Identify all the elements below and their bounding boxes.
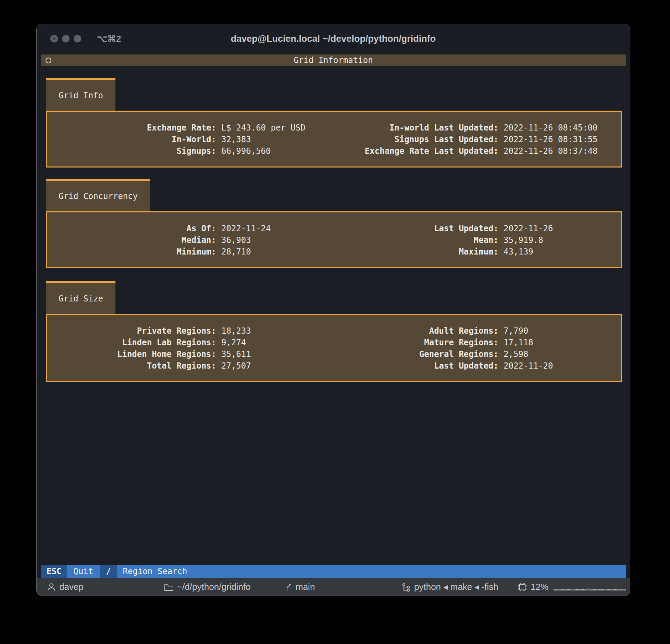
statusbar-user: davep [47,578,84,596]
app-title: Grid Information [41,55,626,65]
cpu-chip-icon [518,582,527,592]
statusbar-user-label: davep [59,582,84,592]
field-label: Median: [47,234,216,246]
app-header: Grid Information [41,54,626,66]
footer-binding-quit[interactable]: ESC Quit [41,565,100,578]
statusbar-cwd: ~/d/python/gridinfo [164,578,251,596]
empty-terminal-area [46,382,622,565]
field-value: 2022-11-26 08:45:00 [498,122,621,134]
field-value: 35,611 [216,348,334,360]
action-quit[interactable]: Quit [67,565,100,578]
field-value: 28,710 [216,246,334,258]
field-label: Minimum: [47,246,216,258]
field-label: General Regions: [334,348,498,360]
grid-info-left-column: Exchange Rate: L$ 243.60 per USD In-Worl… [47,122,334,157]
field-label: Linden Home Regions: [47,348,216,360]
field-value: 43,139 [498,246,621,258]
data-row: Signups: 66,996,560 [47,145,334,157]
field-value: 66,996,560 [216,145,334,157]
field-label: As Of: [47,223,216,234]
field-value: 27,507 [216,360,334,372]
header-circle-icon[interactable] [46,58,51,63]
grid-size-right-column: Adult Regions: 7,790 Mature Regions: 17,… [334,325,621,372]
data-row: Private Regions: 18,233 [47,325,334,337]
field-label: Private Regions: [47,325,216,337]
data-row: Median: 36,903 [47,234,334,246]
statusbar-cwd-label: ~/d/python/gridinfo [177,582,251,592]
field-label: In-World: [47,134,216,145]
field-label: Exchange Rate Last Updated: [334,145,498,157]
data-row: Signups Last Updated: 2022-11-26 08:31:5… [334,134,621,145]
field-label: Signups Last Updated: [334,134,498,145]
field-label: Exchange Rate: [47,122,216,134]
field-value: 36,903 [216,234,334,246]
data-row: Maximum: 43,139 [334,246,621,258]
section-grid-size: Grid Size Private Regions: 18,233 Linden… [46,281,622,382]
app-body: Grid Info Exchange Rate: L$ 243.60 per U… [37,66,630,565]
field-value: 2022-11-26 08:31:55 [498,134,621,145]
data-row: Mean: 35,919.8 [334,234,621,246]
grid-info-panel: Exchange Rate: L$ 243.60 per USD In-Worl… [46,111,622,168]
grid-size-left-column: Private Regions: 18,233 Linden Lab Regio… [47,325,334,372]
statusbar-git-branch: main [285,578,315,596]
process-tree-icon [402,583,411,592]
section-grid-info: Grid Info Exchange Rate: L$ 243.60 per U… [46,78,622,168]
statusbar-processes-label: python ◂ make ◂ -fish [414,582,498,592]
field-label: Last Updated: [334,223,498,234]
field-label: Last Updated: [334,360,498,372]
grid-info-right-column: In-world Last Updated: 2022-11-26 08:45:… [334,122,621,157]
statusbar-cpu-label: 12% [531,582,548,592]
grid-concurrency-panel: As Of: 2022-11-24 Median: 36,903 Minimum… [46,211,622,268]
field-label: Mean: [334,234,498,246]
field-value: 18,233 [216,325,334,337]
tab-grid-info: Grid Info [46,78,115,111]
field-value: 2022-11-26 [498,223,621,234]
grid-concurrency-left-column: As Of: 2022-11-24 Median: 36,903 Minimum… [47,223,334,258]
field-label: Mature Regions: [334,337,498,348]
field-value: L$ 243.60 per USD [216,122,334,134]
tab-grid-concurrency: Grid Concurrency [46,179,150,211]
field-label: Maximum: [334,246,498,258]
tab-grid-size: Grid Size [46,281,115,314]
cpu-sparkline [553,582,626,592]
data-row: Total Regions: 27,507 [47,360,334,372]
field-value: 17,118 [498,337,621,348]
statusbar-cpu-graph [553,578,626,596]
data-row: In-world Last Updated: 2022-11-26 08:45:… [334,122,621,134]
grid-size-panel: Private Regions: 18,233 Linden Lab Regio… [46,314,622,382]
field-value: 2022-11-20 [498,360,621,372]
person-icon [47,583,56,592]
grid-concurrency-right-column: Last Updated: 2022-11-26 Mean: 35,919.8 … [334,223,621,258]
terminal-statusbar: davep ~/d/python/gridinfo main pytho [37,578,630,596]
footer-binding-region-search[interactable]: / Region Search [100,565,194,578]
data-row: Mature Regions: 17,118 [334,337,621,348]
data-row: Exchange Rate Last Updated: 2022-11-26 0… [334,145,621,157]
git-branch-icon [285,583,292,592]
field-label: Adult Regions: [334,325,498,337]
field-value: 32,383 [216,134,334,145]
field-value: 35,919.8 [498,234,621,246]
terminal-window: ⌥⌘2 davep@Lucien.local ~/develop/python/… [36,24,630,596]
app-footer: ESC Quit / Region Search [41,565,626,578]
field-value: 9,274 [216,337,334,348]
section-grid-concurrency: Grid Concurrency As Of: 2022-11-24 Media… [46,179,622,268]
window-titlebar: ⌥⌘2 davep@Lucien.local ~/develop/python/… [37,24,630,53]
field-label: Linden Lab Regions: [47,337,216,348]
field-value: 2022-11-24 [216,223,334,234]
data-row: General Regions: 2,598 [334,348,621,360]
field-label: In-world Last Updated: [334,122,498,134]
data-row: Last Updated: 2022-11-20 [334,360,621,372]
key-slash[interactable]: / [100,565,116,578]
field-value: 2022-11-26 08:37:48 [498,145,621,157]
action-region-search[interactable]: Region Search [117,565,194,578]
data-row: In-World: 32,383 [47,134,334,145]
data-row: Minimum: 28,710 [47,246,334,258]
data-row: Adult Regions: 7,790 [334,325,621,337]
field-value: 7,790 [498,325,621,337]
data-row: Exchange Rate: L$ 243.60 per USD [47,122,334,134]
folder-icon [164,583,174,592]
field-label: Total Regions: [47,360,216,372]
key-esc[interactable]: ESC [41,565,67,578]
data-row: Linden Home Regions: 35,611 [47,348,334,360]
screenshot-canvas: ⌥⌘2 davep@Lucien.local ~/develop/python/… [0,0,670,644]
